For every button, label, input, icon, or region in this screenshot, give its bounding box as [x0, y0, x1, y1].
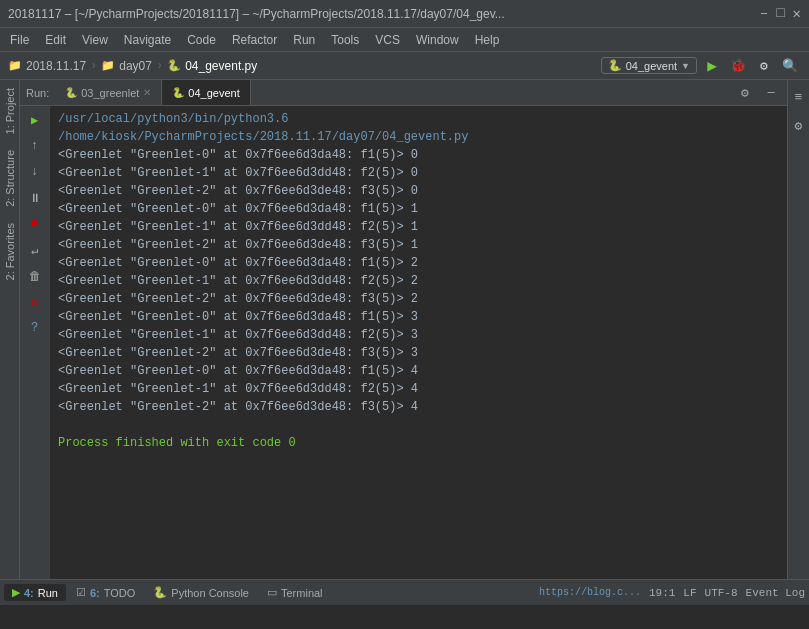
tab-03-close[interactable]: ✕ — [143, 87, 151, 98]
clear-button[interactable]: 🗑 — [23, 264, 47, 288]
folder-icon-1: 📁 — [8, 59, 22, 72]
nav-right-controls: 🐍 04_gevent ▼ ▶ 🐞 ⚙ 🔍 — [601, 55, 801, 77]
right-sidebar: ≡ ⚙ — [787, 80, 809, 579]
help-button[interactable]: ? — [23, 316, 47, 340]
status-position: 19:1 — [649, 587, 675, 599]
run-panel-header: Run: 🐍 03_greenlet ✕ 🐍 04_gevent ⚙ — — [20, 80, 787, 106]
tab-04-gevent[interactable]: 🐍 04_gevent — [162, 80, 250, 105]
bottom-tab-run[interactable]: ▶ 4: Run — [4, 584, 66, 601]
process-finished-line: Process finished with exit code 0 — [58, 434, 779, 452]
menu-code[interactable]: Code — [181, 31, 222, 49]
output-line: <Greenlet "Greenlet-0" at 0x7f6ee6d3da48… — [58, 308, 779, 326]
status-lf: LF — [683, 587, 696, 599]
run-tab-label: Run — [38, 587, 58, 599]
status-encoding: UTF-8 — [705, 587, 738, 599]
menu-view[interactable]: View — [76, 31, 114, 49]
output-line — [58, 416, 779, 434]
breadcrumb-2[interactable]: day07 — [119, 59, 152, 73]
console-output[interactable]: /usr/local/python3/bin/python3.6 /home/k… — [50, 106, 787, 579]
output-line: <Greenlet "Greenlet-2" at 0x7f6ee6d3de48… — [58, 344, 779, 362]
right-sidebar-btn-1[interactable]: ≡ — [786, 84, 810, 110]
close-button[interactable]: ✕ — [793, 5, 801, 22]
menu-window[interactable]: Window — [410, 31, 465, 49]
debug-button[interactable]: 🐞 — [727, 55, 749, 77]
tab-04-label: 04_gevent — [188, 87, 239, 99]
output-line: <Greenlet "Greenlet-2" at 0x7f6ee6d3de48… — [58, 290, 779, 308]
menu-tools[interactable]: Tools — [325, 31, 365, 49]
run-config-selector[interactable]: 🐍 04_gevent ▼ — [601, 57, 697, 74]
menu-run[interactable]: Run — [287, 31, 321, 49]
run-button[interactable]: ▶ — [701, 55, 723, 77]
wrap-button[interactable]: ↵ — [23, 238, 47, 262]
config-dropdown-arrow: ▼ — [681, 61, 690, 71]
panel-right-tools: ⚙ — — [733, 81, 787, 105]
close-run-button[interactable]: ✕ — [23, 290, 47, 314]
todo-tab-num: 6: — [90, 587, 100, 599]
stop-button[interactable]: ■ — [23, 212, 47, 236]
todo-tab-icon: ☑ — [76, 586, 86, 599]
folder-icon-2: 📁 — [101, 59, 115, 72]
search-button[interactable]: 🔍 — [779, 55, 801, 77]
terminal-icon: ▭ — [267, 586, 277, 599]
output-line: <Greenlet "Greenlet-1" at 0x7f6ee6d3dd48… — [58, 272, 779, 290]
output-line: <Greenlet "Greenlet-0" at 0x7f6ee6d3da48… — [58, 362, 779, 380]
left-panel-labels: 1: Project 2: Structure 2: Favorites — [0, 80, 20, 579]
console-body: ▶ ↑ ↓ ⏸ ■ ↵ 🗑 ✕ ? /usr/local/python3/bin… — [20, 106, 787, 579]
minimize-button[interactable]: – — [760, 5, 768, 22]
tab-03-label: 03_greenlet — [81, 87, 139, 99]
output-line: <Greenlet "Greenlet-1" at 0x7f6ee6d3dd48… — [58, 380, 779, 398]
maximize-button[interactable]: □ — [776, 5, 784, 22]
menu-file[interactable]: File — [4, 31, 35, 49]
scroll-down-button[interactable]: ↓ — [23, 160, 47, 184]
nav-bar: 📁 2018.11.17 › 📁 day07 › 🐍 04_gevent.py … — [0, 52, 809, 80]
scroll-up-button[interactable]: ↑ — [23, 134, 47, 158]
output-line: <Greenlet "Greenlet-0" at 0x7f6ee6d3da48… — [58, 200, 779, 218]
tab-03-greenlet[interactable]: 🐍 03_greenlet ✕ — [55, 80, 162, 105]
run-label: Run: — [20, 87, 55, 99]
status-right: https://blog.c... 19:1 LF UTF-8 Event Lo… — [539, 587, 805, 599]
bottom-tab-terminal[interactable]: ▭ Terminal — [259, 584, 331, 601]
terminal-label: Terminal — [281, 587, 323, 599]
run-config-label: 04_gevent — [626, 60, 677, 72]
menu-navigate[interactable]: Navigate — [118, 31, 177, 49]
status-link[interactable]: https://blog.c... — [539, 587, 641, 598]
project-panel-label[interactable]: 1: Project — [2, 80, 18, 142]
right-sidebar-btn-2[interactable]: ⚙ — [786, 113, 810, 139]
menu-refactor[interactable]: Refactor — [226, 31, 283, 49]
menu-edit[interactable]: Edit — [39, 31, 72, 49]
output-line: <Greenlet "Greenlet-2" at 0x7f6ee6d3de48… — [58, 398, 779, 416]
menu-help[interactable]: Help — [469, 31, 506, 49]
bottom-tab-python-console[interactable]: 🐍 Python Console — [145, 584, 257, 601]
python-console-icon: 🐍 — [153, 586, 167, 599]
menu-vcs[interactable]: VCS — [369, 31, 406, 49]
rerun-button[interactable]: ▶ — [23, 108, 47, 132]
breadcrumb-3[interactable]: 04_gevent.py — [185, 59, 257, 73]
output-line: <Greenlet "Greenlet-0" at 0x7f6ee6d3da48… — [58, 254, 779, 272]
settings-tool-btn[interactable]: ⚙ — [733, 81, 757, 105]
settings-button[interactable]: ⚙ — [753, 55, 775, 77]
bottom-toolbar: ▶ 4: Run ☑ 6: TODO 🐍 Python Console ▭ Te… — [0, 579, 809, 605]
structure-panel-label[interactable]: 2: Structure — [2, 142, 18, 215]
config-file-icon: 🐍 — [608, 59, 622, 72]
output-line: <Greenlet "Greenlet-0" at 0x7f6ee6d3da48… — [58, 146, 779, 164]
title-bar: 20181117 – [~/PycharmProjects/20181117] … — [0, 0, 809, 28]
output-line: <Greenlet "Greenlet-2" at 0x7f6ee6d3de48… — [58, 236, 779, 254]
main-area: 1: Project 2: Structure 2: Favorites Run… — [0, 80, 809, 579]
event-log-btn[interactable]: Event Log — [746, 587, 805, 599]
tab-04-icon: 🐍 — [172, 87, 184, 98]
output-line: <Greenlet "Greenlet-1" at 0x7f6ee6d3dd48… — [58, 326, 779, 344]
pause-button[interactable]: ⏸ — [23, 186, 47, 210]
bottom-tab-todo[interactable]: ☑ 6: TODO — [68, 584, 143, 601]
favorites-panel-label[interactable]: 2: Favorites — [2, 215, 18, 288]
breadcrumb-1[interactable]: 2018.11.17 — [26, 59, 86, 73]
window-title: 20181117 – [~/PycharmProjects/20181117] … — [8, 7, 505, 21]
run-panel: Run: 🐍 03_greenlet ✕ 🐍 04_gevent ⚙ — ▶ ↑ — [20, 80, 787, 579]
menu-bar: File Edit View Navigate Code Refactor Ru… — [0, 28, 809, 52]
todo-tab-label: TODO — [104, 587, 136, 599]
tab-03-icon: 🐍 — [65, 87, 77, 98]
output-line: <Greenlet "Greenlet-1" at 0x7f6ee6d3dd48… — [58, 218, 779, 236]
file-icon: 🐍 — [167, 59, 181, 72]
output-line: <Greenlet "Greenlet-1" at 0x7f6ee6d3dd48… — [58, 164, 779, 182]
python-console-label: Python Console — [171, 587, 249, 599]
collapse-tool-btn[interactable]: — — [759, 81, 783, 105]
